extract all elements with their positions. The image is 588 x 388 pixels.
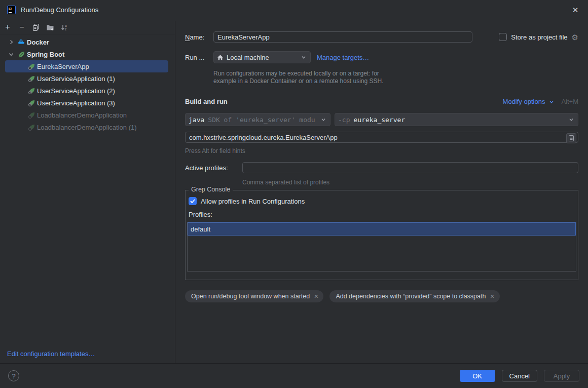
spring-boot-run-config-icon bbox=[27, 111, 35, 119]
chevron-down-icon bbox=[568, 116, 575, 123]
jdk-prefix: java bbox=[189, 116, 204, 124]
tree-item-spring-boot[interactable]: Spring Boot bbox=[5, 48, 168, 60]
allow-profiles-row: Allow profiles in Run Configurations bbox=[189, 197, 576, 205]
edit-configuration-templates-link[interactable]: Edit configuration templates… bbox=[7, 350, 95, 358]
modify-options-link[interactable]: Modify options Alt+M bbox=[503, 98, 578, 105]
tree-item-eureka-server-app[interactable]: EurekaServerApp bbox=[5, 60, 168, 72]
option-tag-provided-scope[interactable]: Add dependencies with “provided” scope t… bbox=[329, 290, 499, 302]
run-target-help-text: Run configurations may be executed local… bbox=[213, 70, 578, 85]
tree-item-label: Docker bbox=[27, 38, 49, 46]
store-as-project-file-group: Store as project file ⚙ bbox=[499, 33, 578, 41]
allow-profiles-label: Allow profiles in Run Configurations bbox=[201, 198, 305, 205]
chevron-down-icon bbox=[320, 116, 327, 123]
cp-value: eureka_server bbox=[353, 116, 405, 124]
chevron-down-icon[interactable] bbox=[7, 50, 15, 58]
active-profiles-hint: Comma separated list of profiles bbox=[242, 179, 578, 186]
tree-item-label: LoadbalancerDemoApplication (1) bbox=[37, 124, 137, 131]
docker-icon bbox=[17, 38, 25, 46]
profiles-list-item-default[interactable]: default bbox=[188, 222, 576, 236]
copy-configuration-icon[interactable] bbox=[30, 22, 42, 33]
chevron-right-icon[interactable] bbox=[7, 38, 15, 46]
active-profiles-input[interactable] bbox=[242, 162, 578, 173]
build-and-run-title: Build and run bbox=[185, 98, 228, 105]
help-icon[interactable]: ? bbox=[8, 370, 19, 381]
svg-text:a: a bbox=[65, 24, 67, 27]
main-class-row bbox=[185, 132, 578, 143]
dialog-titlebar: IJ Run/Debug Configurations ✕ bbox=[0, 0, 588, 20]
jdk-value: SDK of 'eureka_server' modu bbox=[208, 116, 315, 124]
home-icon bbox=[217, 54, 224, 61]
chevron-down-icon bbox=[300, 54, 307, 61]
tree-item-label: EurekaServerApp bbox=[37, 63, 89, 70]
modify-options-shortcut: Alt+M bbox=[561, 98, 578, 105]
remove-tag-icon[interactable]: ✕ bbox=[314, 293, 318, 300]
active-profiles-row: Active profiles: bbox=[185, 162, 578, 173]
spring-boot-run-config-icon bbox=[27, 123, 35, 131]
allow-profiles-checkbox[interactable] bbox=[189, 197, 197, 205]
build-and-run-header: Build and run Modify options Alt+M bbox=[185, 98, 578, 105]
tree-item-label: UserServiceApplication (3) bbox=[37, 99, 115, 107]
spring-boot-icon bbox=[17, 50, 25, 58]
option-tag-open-tool-window[interactable]: Open run/debug tool window when started … bbox=[185, 290, 323, 302]
svg-text:z: z bbox=[65, 27, 66, 31]
tree-item-user-service-2[interactable]: UserServiceApplication (2) bbox=[5, 85, 168, 97]
store-as-project-file-checkbox[interactable] bbox=[499, 33, 507, 41]
configurations-sidebar: + − az bbox=[0, 21, 175, 363]
spring-boot-run-config-icon bbox=[27, 87, 35, 95]
option-tags-row: Open run/debug tool window when started … bbox=[185, 290, 578, 302]
dialog-body: + − az bbox=[0, 21, 588, 363]
tree-item-label: UserServiceApplication (1) bbox=[37, 75, 115, 83]
footer-buttons: OK Cancel Apply bbox=[460, 370, 579, 382]
manage-targets-link[interactable]: Manage targets… bbox=[317, 54, 369, 61]
dialog-title: Run/Debug Configurations bbox=[21, 6, 98, 14]
name-row: Name: Store as project file ⚙ bbox=[185, 31, 578, 43]
intellij-logo-icon: IJ bbox=[7, 6, 16, 14]
configuration-editor: Name: Store as project file ⚙ Run ... Lo… bbox=[175, 21, 588, 363]
cp-prefix: -cp bbox=[338, 116, 350, 124]
name-input[interactable] bbox=[213, 31, 472, 43]
add-configuration-icon[interactable]: + bbox=[2, 22, 13, 33]
main-class-input[interactable] bbox=[185, 132, 578, 143]
run-debug-configurations-dialog: IJ Run/Debug Configurations ✕ + − az bbox=[0, 0, 588, 388]
tree-item-loadbalancer-demo-1[interactable]: LoadbalancerDemoApplication (1) bbox=[5, 121, 168, 133]
option-tag-label: Add dependencies with “provided” scope t… bbox=[336, 293, 486, 300]
apply-button[interactable]: Apply bbox=[544, 370, 579, 382]
classpath-module-select[interactable]: -cp eureka_server bbox=[335, 113, 578, 126]
grep-console-legend: Grep Console bbox=[189, 186, 233, 193]
option-tag-label: Open run/debug tool window when started bbox=[191, 293, 310, 300]
dialog-footer: ? OK Cancel Apply bbox=[0, 363, 588, 388]
sidebar-toolbar: + − az bbox=[0, 21, 175, 34]
store-as-project-file-label: Store as project file bbox=[511, 33, 567, 41]
spring-boot-run-config-icon bbox=[27, 74, 35, 83]
tree-item-loadbalancer-demo[interactable]: LoadbalancerDemoApplication bbox=[5, 109, 168, 121]
ok-button[interactable]: OK bbox=[460, 370, 495, 382]
run-on-label: Run ... bbox=[185, 54, 213, 61]
remove-configuration-icon[interactable]: − bbox=[16, 22, 27, 33]
spring-boot-run-config-icon bbox=[27, 62, 35, 70]
jdk-select[interactable]: java SDK of 'eureka_server' modu bbox=[185, 113, 330, 126]
new-folder-icon[interactable] bbox=[45, 22, 56, 33]
close-icon[interactable]: ✕ bbox=[570, 5, 581, 16]
run-target-select[interactable]: Local machine bbox=[213, 51, 311, 63]
tree-item-label: LoadbalancerDemoApplication bbox=[37, 111, 127, 119]
run-target-value: Local machine bbox=[227, 54, 269, 61]
sort-alphabetically-icon[interactable]: az bbox=[59, 22, 70, 33]
profiles-list: default bbox=[187, 222, 576, 271]
alt-hints-text: Press Alt for field hints bbox=[185, 147, 578, 154]
cancel-button[interactable]: Cancel bbox=[502, 370, 537, 382]
tree-item-label: UserServiceApplication (2) bbox=[37, 87, 115, 95]
remove-tag-icon[interactable]: ✕ bbox=[490, 293, 494, 300]
browse-main-class-icon[interactable] bbox=[566, 133, 576, 143]
tree-item-user-service-1[interactable]: UserServiceApplication (1) bbox=[5, 72, 168, 85]
gear-icon[interactable]: ⚙ bbox=[572, 33, 578, 41]
tree-item-docker[interactable]: Docker bbox=[5, 36, 168, 48]
grep-console-group: Grep Console Allow profiles in Run Confi… bbox=[185, 190, 578, 280]
active-profiles-label: Active profiles: bbox=[185, 164, 242, 172]
chevron-down-icon bbox=[548, 98, 555, 105]
jdk-classpath-row: java SDK of 'eureka_server' modu -cp eur… bbox=[185, 113, 578, 126]
tree-item-user-service-3[interactable]: UserServiceApplication (3) bbox=[5, 97, 168, 109]
spring-boot-run-config-icon bbox=[27, 99, 35, 107]
tree-item-label: Spring Boot bbox=[27, 51, 64, 58]
run-target-row: Run ... Local machine Manage targets… bbox=[185, 51, 578, 63]
name-label: Name: bbox=[185, 33, 213, 41]
